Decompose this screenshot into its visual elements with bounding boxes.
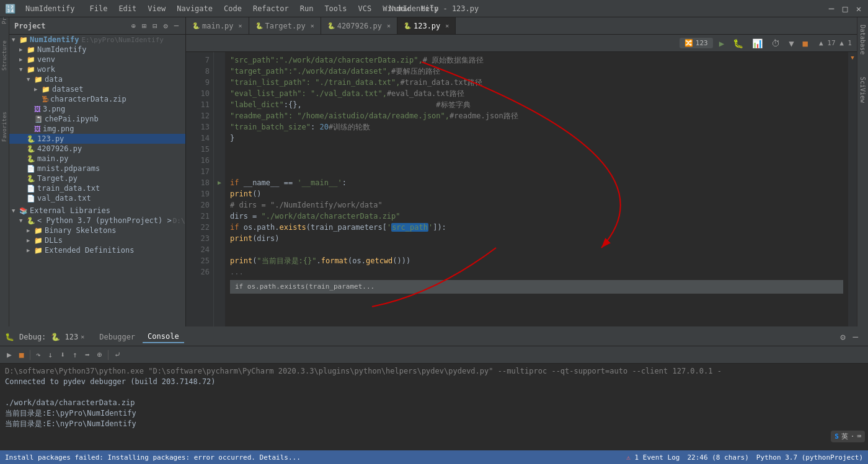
project-panel-header: Project ⊕ ⊞ ⊟ ⚙ ─ — [9, 17, 185, 35]
binary-skeletons-label: Binary Skeletons — [45, 226, 117, 235]
tree-valdatatxt[interactable]: ▶ 📄 val_data.txt — [9, 193, 185, 203]
debug-soft-wrap-btn[interactable]: ⤶ — [112, 349, 123, 361]
scrollbar-gutter: ▼ — [848, 52, 857, 326]
menu-tools[interactable]: Tools — [322, 3, 349, 14]
tree-characterdata-zip[interactable]: ▶ 🗜 characterData.zip — [9, 94, 185, 104]
debug-toolbar: ▶ ■ ↷ ↓ ⬇ ↑ ➡ ⊕ ⤶ — [0, 346, 868, 364]
collapse-btn[interactable]: ⊟ — [151, 21, 159, 31]
favorites-icon[interactable]: Favorites — [1, 138, 9, 146]
code-line-24 — [230, 244, 843, 255]
stop-btn[interactable]: ■ — [800, 37, 810, 50]
code-line-7: "src_path":"./work/data/characterData.zi… — [230, 55, 843, 66]
debug-settings-btn[interactable]: ⚙ — [840, 332, 845, 342]
tab-4207926py-close[interactable]: ✕ — [387, 22, 391, 29]
code-line-8: "target_path":"./work/data/dataset", #要解… — [230, 66, 843, 77]
debug-evaluate-btn[interactable]: ⊕ — [95, 349, 104, 361]
project-header-actions: ⊕ ⊞ ⊟ ⚙ ─ — [130, 21, 180, 31]
add-btn[interactable]: ⊕ — [130, 21, 138, 31]
tree-mainpy[interactable]: ▶ 🐍 main.py — [9, 154, 185, 164]
tab-debugger[interactable]: Debugger — [94, 331, 140, 343]
tab-console[interactable]: Console — [143, 331, 184, 343]
debug-stop-btn[interactable]: ■ — [17, 349, 26, 361]
tab-123py[interactable]: 🐍 123.py ✕ — [397, 17, 456, 35]
menu-edit[interactable]: Edit — [116, 3, 139, 14]
debug-close-btn[interactable]: ─ — [853, 332, 858, 342]
menu-code[interactable]: Code — [221, 3, 244, 14]
code-line-14: } — [230, 133, 843, 144]
run-btn[interactable]: ▶ — [717, 37, 727, 50]
debug-step-into-btn[interactable]: ↓ — [46, 349, 55, 361]
tree-data[interactable]: ▼ 📁 data — [9, 74, 185, 84]
menu-run[interactable]: Run — [298, 3, 316, 14]
settings-btn[interactable]: ⚙ — [162, 21, 170, 31]
debug-btn[interactable]: 🐛 — [730, 37, 746, 50]
tab-123py-label: 123.py — [414, 22, 440, 30]
maximize-button[interactable]: □ — [841, 4, 849, 13]
editor-tabs: 🐍 main.py ✕ 🐍 Target.py ✕ 🐍 4207926.py ✕… — [186, 17, 857, 35]
tree-numidentify-folder[interactable]: ▶ 📁 NumIdentify — [9, 45, 185, 55]
status-python[interactable]: Python 3.7 (pythonProject) — [756, 453, 863, 462]
project-icon[interactable]: Project — [1, 20, 9, 28]
tree-mnistpdparams[interactable]: ▶ 📄 mnist.pdparams — [9, 164, 185, 173]
profile-btn[interactable]: ⏱ — [769, 37, 782, 50]
tab-mainpy[interactable]: 🐍 main.py ✕ — [186, 17, 249, 35]
tree-traindatatxt[interactable]: ▶ 📄 train_data.txt — [9, 183, 185, 193]
tab-targetpy[interactable]: 🐍 Target.py ✕ — [249, 17, 321, 35]
expand-btn[interactable]: ⊞ — [140, 21, 148, 31]
tab-targetpy-close[interactable]: ✕ — [311, 22, 314, 29]
structure-icon[interactable]: Structure — [1, 66, 9, 74]
code-content[interactable]: "src_path":"./work/data/characterData.zi… — [225, 52, 848, 326]
event-log-error[interactable]: ⚠ 1 Event Log — [626, 453, 680, 462]
code-line-21: dirs = "./work/data/characterData.zip" — [230, 211, 843, 222]
minimize-button[interactable]: ─ — [827, 4, 836, 13]
more-btn[interactable]: ▼ — [786, 37, 796, 50]
tree-dlls[interactable]: ▶ 📁 DLLs — [9, 235, 185, 245]
menu-vcs[interactable]: VCS — [356, 3, 374, 14]
debug-output-line-5: 当前目录是:E:\pyPro\NumIdentify — [5, 408, 863, 419]
debug-run-to-cursor-btn[interactable]: ➡ — [83, 349, 92, 361]
sougou-input-badge[interactable]: S 英 · ⌨ — [831, 431, 865, 442]
debug-session-close[interactable]: ✕ — [81, 333, 84, 340]
code-line-10: "eval_list_path": "./val_data.txt", #eva… — [230, 88, 843, 99]
debug-step-over-btn[interactable]: ↷ — [34, 349, 43, 361]
menu-navigate[interactable]: Navigate — [174, 3, 215, 14]
tab-123py-close[interactable]: ✕ — [445, 22, 449, 29]
tree-3png[interactable]: ▶ 🖼 3.png — [9, 104, 185, 114]
tab-targetpy-label: Target.py — [265, 22, 306, 30]
close-button[interactable]: ✕ — [854, 4, 863, 13]
database-tab[interactable]: Database — [858, 20, 867, 59]
tree-root[interactable]: ▼ 📁 NumIdentify E:\pyPro\NumIdentify — [9, 35, 185, 45]
editor-area: 🐍 main.py ✕ 🐍 Target.py ✕ 🐍 4207926.py ✕… — [186, 17, 857, 326]
menu-refactor[interactable]: Refactor — [250, 3, 291, 14]
tab-4207926py[interactable]: 🐍 4207926.py ✕ — [321, 17, 397, 35]
tree-chepai-ipynb[interactable]: ▶ 📓 chePai.ipynb — [9, 114, 185, 124]
tree-123py[interactable]: ▶ 🐍 123.py — [9, 134, 185, 144]
tree-4207926py[interactable]: ▶ 🐍 4207926.py — [9, 144, 185, 154]
run-arrow-18[interactable]: ▶ — [214, 177, 225, 188]
tree-python37[interactable]: ▼ 🐍 < Python 3.7 (pythonProject) > D:\s.… — [9, 216, 185, 225]
coverage-btn[interactable]: 📊 — [750, 37, 765, 50]
menu-file[interactable]: File — [87, 3, 110, 14]
code-line-20: # dirs = "./NumIdentify/work/data" — [230, 199, 843, 211]
debug-resume-btn[interactable]: ▶ — [5, 349, 14, 361]
debug-step-into-my-code-btn[interactable]: ⬇ — [58, 349, 67, 361]
debug-step-out-btn[interactable]: ↑ — [71, 349, 79, 361]
debug-output-line-6: 当前目录是:E:\nyPro\NumIdentify — [5, 419, 863, 429]
tree-venv[interactable]: ▶ 📁 venv — [9, 55, 185, 64]
close-panel-btn[interactable]: ─ — [172, 21, 180, 31]
tree-targetpy[interactable]: ▶ 🐍 Target.py — [9, 173, 185, 183]
tree-external-libraries[interactable]: ▼ 📚 External Libraries — [9, 206, 185, 216]
tree-binary-skeletons[interactable]: ▶ 📁 Binary Skeletons — [9, 225, 185, 235]
tab-mainpy-close[interactable]: ✕ — [239, 22, 242, 29]
code-line-9: "train_list_path": "./train_data.txt", #… — [230, 77, 843, 88]
tree-extended-definitions[interactable]: ▶ 📁 Extended Definitions — [9, 245, 185, 255]
code-tooltip: if os.path.exists(train_paramet... — [230, 280, 843, 294]
menu-view[interactable]: View — [145, 3, 168, 14]
tree-work[interactable]: ▼ 📁 work — [9, 64, 185, 74]
debug-output-line-3 — [5, 387, 863, 398]
tree-dataset[interactable]: ▶ 📁 dataset — [9, 84, 185, 94]
error-indicator: ▲ 17 ▲ 1 — [819, 39, 852, 47]
sciview-tab[interactable]: SciView — [858, 72, 867, 108]
tree-imgpng[interactable]: ▶ 🖼 img.png — [9, 124, 185, 134]
code-line-11: "label_dict":{}, #标签字典 — [230, 99, 843, 110]
